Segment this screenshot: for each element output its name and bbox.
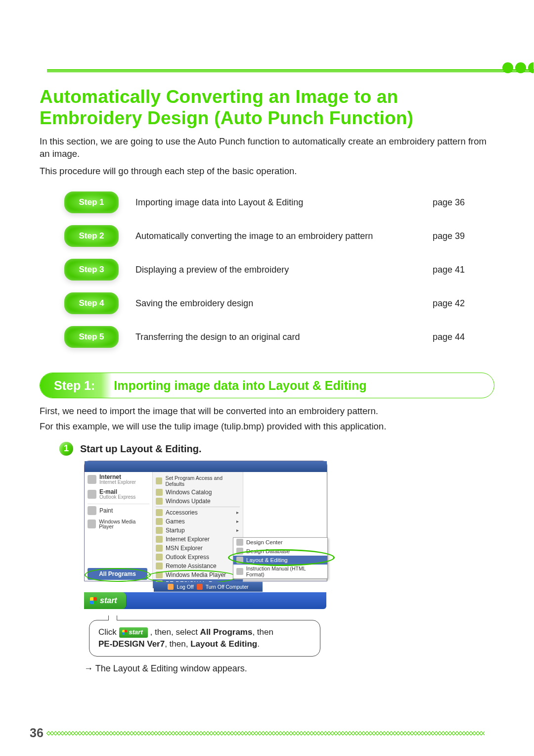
start-menu-programs-pane: Set Program Access and Defaults Windows … (153, 472, 243, 581)
step-page: page 41 (433, 265, 465, 275)
body-paragraph-1: First, we need to import the image that … (40, 405, 494, 418)
step-row: Step 2 Automatically converting the imag… (64, 225, 465, 247)
menu-item: Startup (156, 526, 240, 535)
step-row: Step 4 Saving the embroidery design page… (64, 292, 465, 314)
all-programs-button: All Programs (88, 568, 147, 580)
step-page: page 42 (433, 298, 465, 309)
submenu-item: Design Database (233, 547, 327, 556)
result-text: → The Layout & Editing window appears. (84, 663, 494, 674)
footer-ornament: ◇◇◇◇◇◇◇◇◇◇◇◇◇◇◇◇◇◇◇◇◇◇◇◇◇◇◇◇◇◇◇◇◇◇◇◇◇◇◇◇… (46, 730, 485, 736)
start-menu-left-pane: InternetInternet Explorer E-mailOutlook … (85, 472, 153, 581)
mail-icon (88, 490, 96, 499)
intro-paragraph-2: This procedure will go through each step… (40, 165, 494, 178)
step-pill: Step 4 (64, 292, 119, 314)
logoff-icon (168, 584, 174, 590)
menu-item: Set Program Access and Defaults (156, 474, 240, 488)
step-pill: Step 2 (64, 225, 119, 247)
menu-item: Windows Media Player (156, 570, 240, 579)
taskbar: start (84, 592, 326, 609)
pinned-item-email: E-mailOutlook Express (88, 489, 149, 500)
start-menu-submenu: Design Center Design Database Layout & E… (233, 537, 328, 579)
substep-text: Start up Layout & Editing. (80, 442, 202, 455)
submenu-item: Instruction Manual (HTML Format) (233, 565, 327, 578)
menu-item: Windows Catalog (156, 488, 240, 497)
windows-logo-icon (122, 630, 127, 635)
submenu-item-layout-editing: Layout & Editing (233, 556, 327, 565)
substep: 1 Start up Layout & Editing. (59, 442, 494, 456)
menu-item: Games (156, 517, 240, 526)
callout-text: Click start , then, select All Programs,… (98, 627, 273, 649)
start-menu-screenshot: InternetInternet Explorer E-mailOutlook … (84, 461, 327, 581)
power-icon (197, 584, 203, 590)
section-text: Importing image data into Layout & Editi… (112, 378, 366, 393)
step-desc: Transferring the design to an original c… (135, 332, 416, 342)
start-menu-header (85, 461, 327, 472)
step-pill: Step 3 (64, 259, 119, 281)
menu-item: Accessories (156, 508, 240, 517)
menu-item: Remote Assistance (156, 562, 240, 570)
step-desc: Automatically converting the image to an… (135, 231, 416, 241)
pinned-item-paint: Paint (88, 506, 149, 515)
page: Automatically Converting an Image to an … (0, 0, 534, 756)
instruction-callout: Click start , then, select All Programs,… (89, 620, 320, 657)
step-row: Step 3 Displaying a preview of the embro… (64, 259, 465, 281)
wmp-icon (88, 520, 96, 528)
step-desc: Saving the embroidery design (135, 298, 416, 309)
step-row: Step 5 Transferring the design to an ori… (64, 326, 465, 348)
menu-item: Internet Explorer (156, 535, 240, 544)
step-page: page 39 (433, 231, 465, 241)
start-button: start (84, 592, 126, 609)
windows-logo-icon (90, 597, 97, 604)
start-menu-logoff-bar: Log Off Turn Off Computer (154, 582, 263, 592)
section-heading: Step 1: Importing image data into Layout… (40, 373, 494, 398)
ie-icon (88, 475, 96, 484)
step-pill: Step 5 (64, 326, 119, 348)
header-rule (47, 69, 534, 72)
header-dots (502, 62, 534, 73)
menu-item: Outlook Express (156, 553, 240, 562)
pinned-item-wmp: Windows Media Player (88, 519, 149, 529)
paint-icon (88, 506, 96, 515)
step-desc: Importing image data into Layout & Editi… (135, 197, 416, 208)
pinned-item-internet: InternetInternet Explorer (88, 474, 149, 485)
step-page: page 44 (433, 332, 465, 342)
page-title: Automatically Converting an Image to an … (40, 87, 494, 129)
section-label: Step 1: (40, 373, 112, 398)
step-desc: Displaying a preview of the embroidery (135, 265, 416, 275)
submenu-item: Design Center (233, 538, 327, 547)
steps-list: Step 1 Importing image data into Layout … (64, 191, 465, 348)
step-pill: Step 1 (64, 191, 119, 213)
start-button-inline: start (119, 627, 148, 637)
body-paragraph-2: For this example, we will use the tulip … (40, 421, 494, 433)
page-number: 36 ◇◇◇◇◇◇◇◇◇◇◇◇◇◇◇◇◇◇◇◇◇◇◇◇◇◇◇◇◇◇◇◇◇◇◇◇◇… (30, 726, 485, 740)
menu-item: Windows Update (156, 497, 240, 506)
intro-paragraph-1: In this section, we are going to use the… (40, 136, 494, 160)
step-page: page 36 (433, 197, 465, 208)
menu-item: MSN Explorer (156, 544, 240, 553)
step-row: Step 1 Importing image data into Layout … (64, 191, 465, 213)
substep-number: 1 (59, 442, 73, 456)
